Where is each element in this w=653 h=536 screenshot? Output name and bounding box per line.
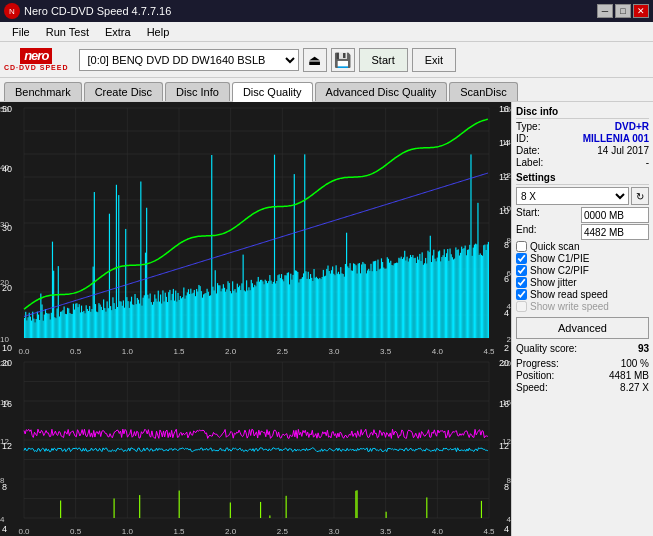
show-c2-checkbox[interactable] (516, 265, 527, 276)
end-mb-row: End: (516, 224, 649, 240)
tab-disc-info[interactable]: Disc Info (165, 82, 230, 101)
show-write-speed-checkbox[interactable] (516, 301, 527, 312)
chart-area: 161412108642 5040302010 20161284 2016128… (0, 102, 511, 536)
drive-select[interactable]: [0:0] BENQ DVD DD DW1640 BSLB (79, 49, 299, 71)
disc-id-label: ID: (516, 133, 529, 144)
position-value: 4481 MB (609, 370, 649, 381)
disc-type-label: Type: (516, 121, 540, 132)
show-jitter-row: Show jitter (516, 277, 649, 288)
progress-section: Progress: 100 % Position: 4481 MB Speed:… (516, 358, 649, 393)
progress-row: Progress: 100 % (516, 358, 649, 369)
menu-bar: File Run Test Extra Help (0, 22, 653, 42)
save-button[interactable]: 💾 (331, 48, 355, 72)
nero-sub-logo: CD·DVD SPEED (4, 64, 69, 71)
menu-run-test[interactable]: Run Test (38, 24, 97, 40)
app-icon: N (4, 3, 20, 19)
nero-logo: nero (20, 48, 52, 64)
settings-section: Settings 8 X4 X2 XMAX ↻ Start: End: Quic… (516, 172, 649, 339)
menu-help[interactable]: Help (139, 24, 178, 40)
speed-row-progress: Speed: 8.27 X (516, 382, 649, 393)
main-content: 161412108642 5040302010 20161284 2016128… (0, 102, 653, 536)
tab-advanced-disc-quality[interactable]: Advanced Disc Quality (315, 82, 448, 101)
disc-label-row: Label: - (516, 157, 649, 168)
disc-info-title: Disc info (516, 106, 649, 119)
disc-id-row: ID: MILLENIA 001 (516, 133, 649, 144)
disc-type-row: Type: DVD+R (516, 121, 649, 132)
bottom-chart-y-left: 20161284 (0, 356, 20, 536)
disc-info-section: Disc info Type: DVD+R ID: MILLENIA 001 D… (516, 106, 649, 168)
show-jitter-checkbox[interactable] (516, 277, 527, 288)
top-chart-y-right: 161412108642 (491, 102, 511, 355)
end-label: End: (516, 224, 537, 240)
title-bar: N Nero CD-DVD Speed 4.7.7.16 ─ □ ✕ (0, 0, 653, 22)
speed-label: Speed: (516, 382, 548, 393)
right-panel: Disc info Type: DVD+R ID: MILLENIA 001 D… (511, 102, 653, 536)
position-label: Position: (516, 370, 554, 381)
chart-bottom: 20161284 20161284 (0, 356, 511, 536)
start-mb-row: Start: (516, 207, 649, 223)
start-button[interactable]: Start (359, 48, 408, 72)
window-controls: ─ □ ✕ (597, 4, 649, 18)
quick-scan-row: Quick scan (516, 241, 649, 252)
quick-scan-checkbox[interactable] (516, 241, 527, 252)
menu-file[interactable]: File (4, 24, 38, 40)
advanced-button[interactable]: Advanced (516, 317, 649, 339)
speed-value: 8.27 X (620, 382, 649, 393)
tab-benchmark[interactable]: Benchmark (4, 82, 82, 101)
progress-label: Progress: (516, 358, 559, 369)
progress-value: 100 % (621, 358, 649, 369)
speed-row: 8 X4 X2 XMAX ↻ (516, 187, 649, 205)
bottom-chart-y-right: 20161284 (491, 356, 511, 536)
show-read-speed-row: Show read speed (516, 289, 649, 300)
top-chart-canvas (0, 102, 511, 356)
tab-scan-disc[interactable]: ScanDisc (449, 82, 517, 101)
quick-scan-label: Quick scan (530, 241, 579, 252)
refresh-button[interactable]: ↻ (631, 187, 649, 205)
top-chart-y-left: 5040302010 (0, 102, 20, 355)
disc-id-val: MILLENIA 001 (583, 133, 649, 144)
show-c2-label: Show C2/PIF (530, 265, 589, 276)
disc-label-val: - (646, 157, 649, 168)
show-c1-checkbox[interactable] (516, 253, 527, 264)
show-jitter-label: Show jitter (530, 277, 577, 288)
show-read-speed-label: Show read speed (530, 289, 608, 300)
show-read-speed-checkbox[interactable] (516, 289, 527, 300)
bottom-chart-canvas (0, 356, 511, 536)
minimize-button[interactable]: ─ (597, 4, 613, 18)
position-row: Position: 4481 MB (516, 370, 649, 381)
maximize-button[interactable]: □ (615, 4, 631, 18)
toolbar: nero CD·DVD SPEED [0:0] BENQ DVD DD DW16… (0, 42, 653, 78)
show-c1-row: Show C1/PIE (516, 253, 649, 264)
show-write-speed-label: Show write speed (530, 301, 609, 312)
end-input[interactable] (581, 224, 649, 240)
start-input[interactable] (581, 207, 649, 223)
show-c1-label: Show C1/PIE (530, 253, 589, 264)
disc-date-val: 14 Jul 2017 (597, 145, 649, 156)
exit-button[interactable]: Exit (412, 48, 456, 72)
close-button[interactable]: ✕ (633, 4, 649, 18)
eject-button[interactable]: ⏏ (303, 48, 327, 72)
tab-create-disc[interactable]: Create Disc (84, 82, 163, 101)
speed-select[interactable]: 8 X4 X2 XMAX (516, 187, 629, 205)
start-label: Start: (516, 207, 540, 223)
tab-bar: Benchmark Create Disc Disc Info Disc Qua… (0, 78, 653, 102)
settings-title: Settings (516, 172, 649, 185)
menu-extra[interactable]: Extra (97, 24, 139, 40)
quality-score-label: Quality score: (516, 343, 577, 354)
disc-label-label: Label: (516, 157, 543, 168)
disc-date-label: Date: (516, 145, 540, 156)
quality-score-section: Quality score: 93 (516, 343, 649, 354)
disc-date-row: Date: 14 Jul 2017 (516, 145, 649, 156)
app-title: Nero CD-DVD Speed 4.7.7.16 (24, 5, 171, 17)
show-write-speed-row: Show write speed (516, 301, 649, 312)
disc-type-val: DVD+R (615, 121, 649, 132)
chart-top: 161412108642 5040302010 (0, 102, 511, 356)
show-c2-row: Show C2/PIF (516, 265, 649, 276)
quality-score-value: 93 (638, 343, 649, 354)
tab-disc-quality[interactable]: Disc Quality (232, 82, 313, 102)
